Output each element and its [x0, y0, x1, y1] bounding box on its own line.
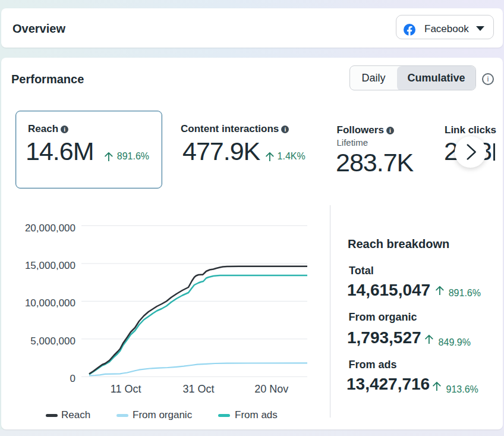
svg-text:11 Oct: 11 Oct — [111, 383, 141, 395]
svg-text:10,000,000: 10,000,000 — [25, 297, 75, 309]
svg-text:31 Oct: 31 Oct — [182, 383, 214, 395]
svg-text:0: 0 — [70, 373, 75, 384]
svg-text:5,000,000: 5,000,000 — [30, 335, 75, 347]
svg-text:15,000,000: 15,000,000 — [25, 260, 75, 271]
svg-text:20 Nov: 20 Nov — [254, 383, 288, 395]
svg-text:20,000,000: 20,000,000 — [25, 222, 75, 234]
